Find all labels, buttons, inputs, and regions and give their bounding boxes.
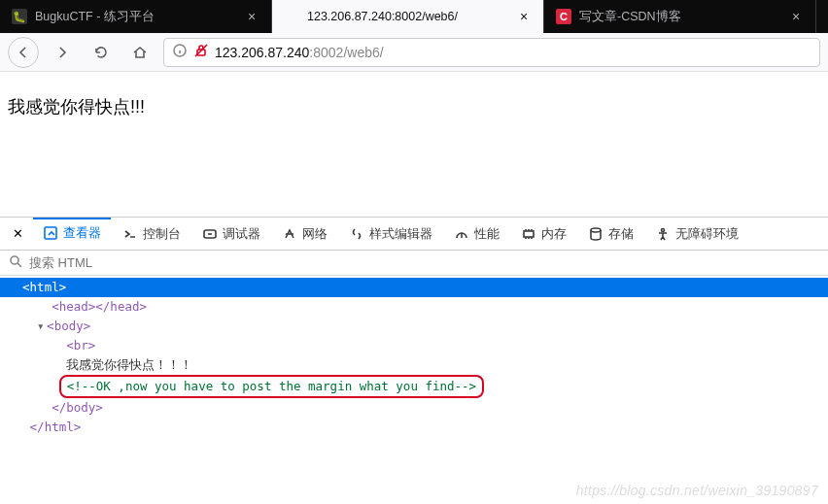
- tab-title: BugkuCTF - 练习平台: [35, 9, 236, 25]
- tab-csdn[interactable]: C 写文章-CSDN博客 ×: [544, 0, 816, 33]
- info-icon[interactable]: [172, 43, 188, 61]
- highlight-comment: <!--OK ,now you have to post the margin …: [59, 375, 484, 398]
- dom-node-comment[interactable]: <!--OK ,now you have to post the margin …: [0, 375, 828, 398]
- favicon-csdn-icon: C: [556, 9, 571, 24]
- tab-storage[interactable]: 存储: [578, 218, 643, 250]
- tab-console[interactable]: 控制台: [113, 218, 190, 250]
- insecure-icon[interactable]: [193, 43, 209, 61]
- svg-point-7: [662, 228, 665, 231]
- dom-node-body-close[interactable]: </body>: [0, 398, 828, 418]
- close-icon[interactable]: ×: [788, 9, 804, 24]
- tab-network[interactable]: 网络: [272, 218, 337, 250]
- tab-bugku[interactable]: 🐛 BugkuCTF - 练习平台 ×: [0, 0, 272, 33]
- dom-node-head[interactable]: <head></head>: [0, 297, 828, 317]
- tab-title: 123.206.87.240:8002/web6/: [307, 10, 508, 23]
- debugger-icon: [202, 226, 218, 242]
- storage-icon: [588, 226, 604, 242]
- url-bar[interactable]: 123.206.87.240:8002/web6/: [163, 38, 820, 67]
- home-button[interactable]: [124, 37, 155, 68]
- watermark: https://blog.csdn.net/weixin_39190897: [576, 483, 818, 498]
- url-text: 123.206.87.240:8002/web6/: [215, 45, 384, 60]
- style-icon: [349, 226, 364, 242]
- svg-point-8: [11, 256, 18, 264]
- network-icon: [282, 226, 297, 242]
- dom-node-br[interactable]: <br>: [0, 336, 828, 355]
- dom-node-body[interactable]: ▾<body>: [0, 317, 828, 336]
- close-icon[interactable]: ×: [516, 9, 532, 24]
- devtools-search[interactable]: [0, 251, 828, 276]
- tab-performance[interactable]: 性能: [444, 218, 509, 250]
- tab-style[interactable]: 样式编辑器: [339, 218, 442, 250]
- devtools-close-icon[interactable]: ✕: [4, 226, 31, 241]
- tab-inspector[interactable]: 查看器: [33, 218, 111, 250]
- tab-web6[interactable]: 123.206.87.240:8002/web6/ ×: [272, 0, 544, 33]
- page-content: 我感觉你得快点!!!: [0, 72, 828, 217]
- tab-a11y[interactable]: 无障碍环境: [645, 218, 748, 250]
- devtools: ✕ 查看器 控制台 调试器 网络 样式编辑器 性能 内存 存储 无障碍环境 <h…: [0, 217, 828, 504]
- svg-point-6: [591, 228, 601, 232]
- favicon-bug-icon: 🐛: [12, 9, 27, 24]
- tab-memory[interactable]: 内存: [511, 218, 576, 250]
- dom-node-html[interactable]: <html>: [0, 278, 828, 297]
- favicon-blank-icon: [284, 9, 299, 24]
- forward-button[interactable]: [47, 37, 78, 68]
- inspector-icon: [43, 225, 58, 241]
- console-icon: [122, 226, 138, 242]
- browser-tabbar: 🐛 BugkuCTF - 练习平台 × 123.206.87.240:8002/…: [0, 0, 828, 33]
- dom-node-text[interactable]: 我感觉你得快点！！！: [0, 355, 828, 375]
- close-icon[interactable]: ×: [244, 9, 259, 24]
- reload-button[interactable]: [86, 37, 117, 68]
- tab-debugger[interactable]: 调试器: [192, 218, 270, 250]
- page-text: 我感觉你得快点!!!: [8, 97, 145, 117]
- a11y-icon: [655, 226, 671, 242]
- navbar: 123.206.87.240:8002/web6/: [0, 33, 828, 72]
- back-button[interactable]: [8, 37, 39, 68]
- memory-icon: [521, 226, 536, 242]
- dom-tree[interactable]: <html> <head></head> ▾<body> <br> 我感觉你得快…: [0, 276, 828, 439]
- search-icon: [8, 253, 23, 272]
- search-input[interactable]: [29, 255, 820, 270]
- performance-icon: [454, 226, 469, 242]
- svg-rect-5: [524, 231, 534, 237]
- devtools-tabbar: ✕ 查看器 控制台 调试器 网络 样式编辑器 性能 内存 存储 无障碍环境: [0, 218, 828, 251]
- dom-node-html-close[interactable]: </html>: [0, 418, 828, 437]
- tab-title: 写文章-CSDN博客: [579, 9, 780, 25]
